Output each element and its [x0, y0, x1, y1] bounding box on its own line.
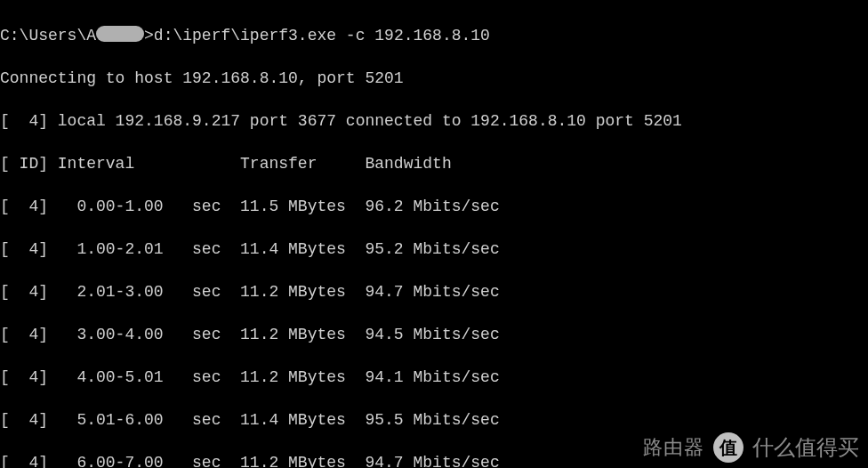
data-row: [ 4] 0.00-1.00 sec 11.5 MBytes 96.2 Mbit… [0, 196, 868, 217]
data-row: [ 4] 5.01-6.00 sec 11.4 MBytes 95.5 Mbit… [0, 409, 868, 431]
command-text: >d:\iperf\iperf3.exe -c 192.168.8.10 [144, 27, 490, 44]
data-row: [ 4] 4.00-5.01 sec 11.2 MBytes 94.1 Mbit… [0, 367, 868, 388]
watermark-small-text: 路由器 [643, 437, 704, 458]
local-line: [ 4] local 192.168.9.217 port 3677 conne… [0, 110, 868, 132]
data-row: [ 4] 1.00-2.01 sec 11.4 MBytes 95.2 Mbit… [0, 238, 868, 260]
prompt-prefix: C:\Users\A [0, 27, 96, 44]
connecting-line: Connecting to host 192.168.8.10, port 52… [0, 68, 868, 89]
redacted-username [96, 26, 144, 42]
command-line: C:\Users\A>d:\iperf\iperf3.exe -c 192.16… [0, 25, 868, 46]
watermark-main-text: 什么值得买 [752, 437, 859, 458]
watermark-circle-icon: 值 [713, 432, 743, 463]
watermark: 路由器 值 什么值得买 [643, 432, 859, 463]
data-row: [ 4] 3.00-4.00 sec 11.2 MBytes 94.5 Mbit… [0, 324, 868, 345]
terminal-output[interactable]: C:\Users\A>d:\iperf\iperf3.exe -c 192.16… [0, 0, 868, 468]
header-line: [ ID] Interval Transfer Bandwidth [0, 153, 868, 174]
data-row: [ 4] 2.01-3.00 sec 11.2 MBytes 94.7 Mbit… [0, 281, 868, 303]
